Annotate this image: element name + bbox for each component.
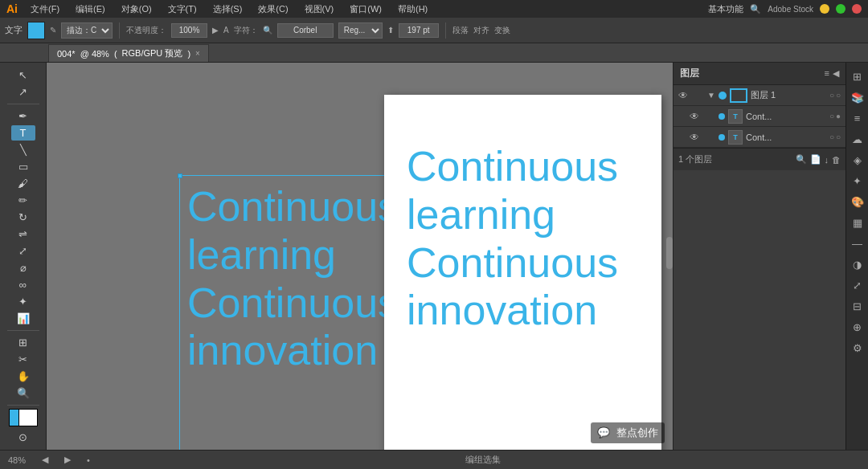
zoom-tool[interactable]: 🔍 [11,385,35,401]
appearance-icon[interactable]: ✦ [849,172,866,190]
layer-thumb-3: T [728,130,743,145]
menu-select[interactable]: 选择(S) [210,2,246,17]
canvas-area[interactable]: Continuous learning Continuous innovatio… [47,63,673,450]
opacity-arrow[interactable]: ▶ [212,26,219,35]
artboard: Continuous learning Continuous innovatio… [384,95,661,450]
menu-help[interactable]: 帮助(H) [395,2,431,17]
layers-menu-icon[interactable]: ≡ [825,68,829,79]
document-tab[interactable]: 004* @ 48% ( RGB/GPU 预览 ) × [48,44,209,62]
blend-tool[interactable]: ∞ [11,277,35,292]
font-size-input[interactable] [399,23,439,38]
layer-lock-icon[interactable]: ○ [836,91,841,100]
rotate-tool[interactable]: ↻ [11,210,35,225]
font-icon: A [223,26,229,35]
assets-icon[interactable]: ◈ [849,151,866,169]
hand-tool[interactable]: ✋ [11,369,35,384]
tab-close-button[interactable]: × [195,49,200,58]
menu-edit[interactable]: 编辑(E) [72,2,108,17]
transform-icon[interactable]: ⤢ [849,276,866,294]
layer-item-1[interactable]: 👁 ▼ 图层 1 ○ ○ [674,85,845,106]
toolbar: 文字 ✎ 描边：C 不透明度： ▶ A 字符： 🔍 Reg... ⬆ 段落 对齐… [0,18,868,43]
swatches-icon[interactable]: ▦ [849,214,866,231]
layer-color-1 [719,92,727,100]
layer-move-icon[interactable]: ↓ [825,155,829,165]
menu-window[interactable]: 窗口(W) [346,2,385,17]
minimize-button[interactable] [820,4,829,14]
menu-file[interactable]: 文件(F) [27,2,63,17]
layer-add-icon[interactable]: 📄 [810,154,821,165]
transform-label[interactable]: 变换 [494,25,510,36]
layer-count-label: 1 个图层 [678,153,792,165]
align-icon[interactable]: ⊟ [849,297,866,315]
workspace-label: 基本功能 [708,3,743,15]
menu-text[interactable]: 文字(T) [165,2,200,17]
layer-search-icon[interactable]: 🔍 [796,154,807,165]
font-style-select[interactable]: Reg... [338,22,383,39]
pathfinder-icon[interactable]: ⊕ [849,318,866,336]
pen-tool[interactable]: ✒ [11,108,35,124]
layer-dot-icon-3[interactable]: ○ [836,133,841,141]
artboard-tool[interactable]: ⊞ [11,335,35,350]
rect-tool[interactable]: ▭ [11,159,35,174]
select-tool[interactable]: ↖ [11,67,35,83]
layer-item-3[interactable]: 👁 T Cont... ○ ○ [674,127,845,148]
font-size-up[interactable]: ⬆ [387,26,394,35]
type-tool active[interactable]: T [11,125,35,141]
line-tool[interactable]: ╲ [11,142,35,157]
layer-name-1: 图层 1 [751,89,826,101]
direct-select-tool[interactable]: ↗ [11,84,35,100]
separator-2 [445,22,446,39]
layer-eye-3[interactable]: 👁 [690,132,701,143]
canvas-text-line3: Continuous [187,279,399,328]
menu-effect[interactable]: 效果(C) [255,2,291,17]
layer-eye-1[interactable]: 👁 [678,90,690,101]
reflect-tool[interactable]: ⇌ [11,226,35,242]
tool-sep-1 [7,104,39,104]
nav-prev[interactable]: ◀ [42,455,48,465]
search-font-icon[interactable]: 🔍 [263,26,272,35]
background-color[interactable] [18,409,38,426]
layer-dot-icon-2[interactable]: ● [836,112,841,120]
warp-tool[interactable]: ⌀ [11,260,35,275]
layers-header-icons: ≡ ◀ [825,68,839,79]
paragraph-label[interactable]: 段落 [452,25,469,36]
layer-circle-icon-3[interactable]: ○ [829,133,834,141]
canvas-text-artboard: Continuous learning Continuous innovatio… [407,143,618,335]
graph-tool[interactable]: 📊 [11,311,35,326]
maximize-button[interactable] [836,4,845,14]
layer-visible-icon[interactable]: ○ [829,91,834,100]
stroke-icon-panel[interactable]: — [849,234,866,252]
nav-next[interactable]: ▶ [64,455,71,465]
font-name-input[interactable] [277,23,334,38]
properties-icon[interactable]: ≡ [849,109,866,127]
fill-color[interactable] [27,22,45,39]
panels-icon[interactable]: ⊞ [849,67,866,85]
scale-tool[interactable]: ⤢ [11,243,35,259]
artboard-text-line1: Continuous [407,143,618,191]
close-button[interactable] [852,4,862,14]
opacity-input[interactable] [171,23,207,38]
layers-expand-icon[interactable]: ◀ [833,68,839,79]
align-label[interactable]: 对齐 [473,25,489,36]
menu-object[interactable]: 对象(O) [118,2,155,17]
canvas-scrollbar[interactable] [666,237,673,269]
slice-tool[interactable]: ✂ [11,352,35,367]
pencil-tool[interactable]: ✏ [11,193,35,208]
layer-delete-icon[interactable]: 🗑 [832,155,841,165]
layer-circle-icon-2[interactable]: ○ [829,112,834,120]
color-icon[interactable]: 🎨 [849,193,866,210]
separator-1 [119,22,120,39]
symbol-tool[interactable]: ✦ [11,294,35,309]
color-mode-btn[interactable]: ⊙ [11,430,35,445]
settings-icon[interactable]: ⚙ [849,339,866,357]
stroke-select[interactable]: 描边：C [61,22,113,39]
gradient-icon[interactable]: ◑ [849,255,866,273]
cc-libraries-icon[interactable]: ☁ [849,130,866,148]
libraries-icon[interactable]: 📚 [849,88,866,106]
paintbrush-tool[interactable]: 🖌 [11,176,35,191]
layer-expand-1[interactable]: ▼ [707,91,715,100]
layer-eye-2[interactable]: 👁 [690,111,701,122]
menu-view[interactable]: 视图(V) [301,2,338,17]
search-icon[interactable]: 🔍 [750,4,761,14]
layer-item-2[interactable]: 👁 T Cont... ○ ● [674,106,845,127]
